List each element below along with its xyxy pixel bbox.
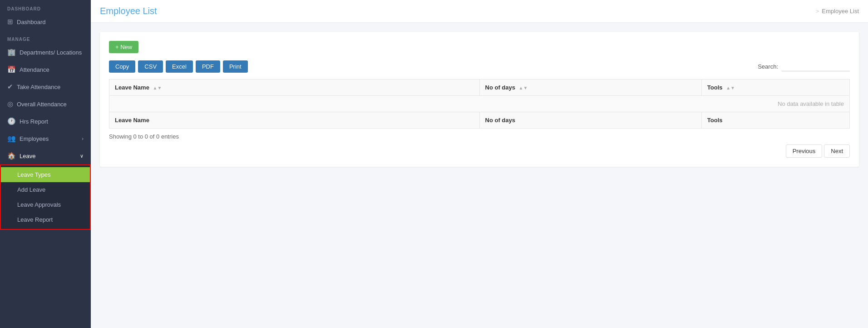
- section-manage-label: MANAGE: [0, 30, 91, 44]
- sidebar-item-employees[interactable]: 👥 Employees ›: [0, 130, 91, 147]
- col-footer-leave-name: Leave Name: [109, 112, 480, 129]
- table-header-row: Leave Name ▲▼ No of days ▲▼ Tools ▲▼: [109, 80, 850, 96]
- topbar: Employee List > Employee List: [91, 0, 868, 23]
- export-buttons: Copy CSV Excel PDF Print: [109, 60, 249, 73]
- sidebar-item-dashboard[interactable]: ⊞ Dashboard: [0, 13, 91, 30]
- employees-chevron-icon: ›: [82, 136, 84, 141]
- leave-submenu: Leave Types Add Leave Leave Approvals Le…: [0, 164, 91, 230]
- csv-button[interactable]: CSV: [138, 60, 163, 73]
- excel-button[interactable]: Excel: [166, 60, 193, 73]
- employees-icon: 👥: [7, 134, 16, 143]
- leave-chevron-icon: ∨: [80, 153, 84, 159]
- pagination-row: Previous Next: [109, 144, 850, 158]
- leave-table: Leave Name ▲▼ No of days ▲▼ Tools ▲▼: [109, 79, 850, 129]
- take-attendance-icon: ✔: [7, 83, 13, 91]
- sidebar-item-leave-types[interactable]: Leave Types: [1, 167, 90, 182]
- next-button[interactable]: Next: [824, 144, 850, 158]
- no-data-row: No data available in table: [109, 96, 850, 112]
- sidebar-item-hrs-report[interactable]: 🕐 Hrs Report: [0, 113, 91, 130]
- dashboard-icon: ⊞: [7, 18, 13, 26]
- search-row: Search:: [758, 62, 850, 71]
- col-header-leave-name[interactable]: Leave Name ▲▼: [109, 80, 480, 96]
- breadcrumb-separator: >: [816, 8, 819, 15]
- content-area: + New Copy CSV Excel PDF Print Search:: [91, 23, 868, 328]
- sidebar-item-attendance[interactable]: 📅 Attendance: [0, 61, 91, 78]
- new-button[interactable]: + New: [109, 41, 138, 53]
- col-footer-tools: Tools: [701, 112, 849, 129]
- sidebar-item-add-leave[interactable]: Add Leave: [1, 182, 90, 197]
- col-footer-no-days: No of days: [479, 112, 701, 129]
- toolbar-row: + New: [109, 41, 850, 53]
- sort-icon-no-days: ▲▼: [519, 85, 528, 90]
- copy-button[interactable]: Copy: [109, 60, 135, 73]
- attendance-icon: 📅: [7, 65, 16, 74]
- leave-icon: 🏠: [7, 152, 16, 160]
- sidebar-item-leave-approvals[interactable]: Leave Approvals: [1, 197, 90, 212]
- sidebar: DASHBOARD ⊞ Dashboard MANAGE 🏢 Departmen…: [0, 0, 91, 328]
- sidebar-item-departments[interactable]: 🏢 Departments/ Locations: [0, 44, 91, 61]
- departments-icon: 🏢: [7, 48, 16, 56]
- section-dashboard-label: DASHBOARD: [0, 0, 91, 13]
- col-header-no-days[interactable]: No of days ▲▼: [479, 80, 701, 96]
- sort-icon-leave-name: ▲▼: [153, 85, 162, 90]
- overall-attendance-icon: ◎: [7, 100, 13, 108]
- print-button[interactable]: Print: [223, 60, 248, 73]
- export-row: Copy CSV Excel PDF Print Search:: [109, 60, 850, 73]
- main-content: Employee List > Employee List + New Copy…: [91, 0, 868, 328]
- main-card: + New Copy CSV Excel PDF Print Search:: [100, 32, 859, 167]
- sidebar-item-leave-report[interactable]: Leave Report: [1, 212, 90, 227]
- sort-icon-tools: ▲▼: [726, 85, 735, 90]
- search-label: Search:: [758, 63, 778, 70]
- search-input[interactable]: [782, 62, 850, 71]
- breadcrumb: > Employee List: [816, 8, 859, 15]
- showing-text: Showing 0 to 0 of 0 entries: [109, 133, 850, 140]
- page-title: Employee List: [100, 6, 157, 16]
- breadcrumb-item: Employee List: [822, 8, 859, 15]
- col-header-tools[interactable]: Tools ▲▼: [701, 80, 849, 96]
- previous-button[interactable]: Previous: [786, 144, 823, 158]
- sidebar-item-leave[interactable]: 🏠 Leave ∨: [0, 147, 91, 164]
- table-footer-row: Leave Name No of days Tools: [109, 112, 850, 129]
- no-data-message: No data available in table: [109, 96, 850, 112]
- pdf-button[interactable]: PDF: [196, 60, 220, 73]
- hrs-report-icon: 🕐: [7, 117, 16, 125]
- sidebar-item-overall-attendance[interactable]: ◎ Overall Attendance: [0, 95, 91, 113]
- sidebar-item-take-attendance[interactable]: ✔ Take Attendance: [0, 78, 91, 95]
